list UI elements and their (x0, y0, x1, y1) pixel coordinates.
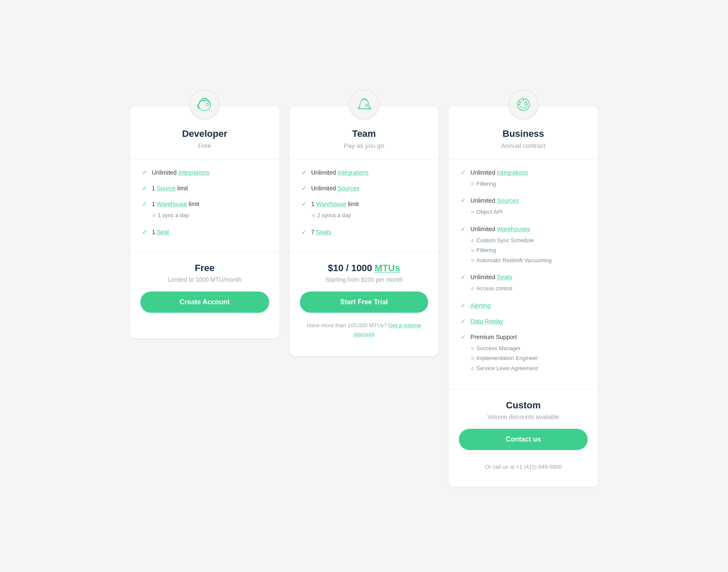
warehouse-link[interactable]: Warehouse (157, 201, 187, 207)
developer-price: Free (142, 263, 267, 274)
team-price: $10 / 1000 MTUs (301, 263, 427, 274)
business-features: ✓ Unlimited Integrations Filtering ✓ Unl… (449, 159, 598, 390)
mtu-link[interactable]: MTUs (375, 263, 400, 273)
business-plan-header: Business Annual contract (449, 128, 598, 159)
business-feature-sources: ✓ Unlimited Sources Object API (461, 196, 586, 218)
business-icon-wrap (449, 89, 598, 120)
feature-text: 1 Warehouse limit 2 syncs a day (311, 200, 359, 221)
business-feature-data-replay: ✓ Data Replay (461, 317, 586, 326)
integrations-link[interactable]: Integrations (338, 169, 369, 176)
sub-feature-item: Filtering (471, 180, 528, 188)
developer-feature-integrations: ✓ Unlimited Integrations (142, 168, 267, 177)
source-link[interactable]: Source (157, 185, 176, 192)
business-price: Custom (461, 400, 586, 411)
feature-text: Unlimited Sources Object API (470, 196, 519, 218)
feature-text: 1 Source limit (152, 184, 188, 193)
business-price-desc: Volume discounts available (461, 413, 586, 420)
check-icon: ✓ (142, 184, 148, 192)
create-account-button[interactable]: Create Account (140, 292, 269, 313)
team-footnote: Have more than 100,000 MTUs? Get a volum… (290, 321, 439, 339)
business-plan-billing: Annual contract (459, 142, 588, 149)
team-feature-integrations: ✓ Unlimited Integrations (301, 168, 427, 177)
team-features: ✓ Unlimited Integrations ✓ Unlimited Sou… (290, 159, 439, 252)
feature-text: Unlimited Seats Access control (470, 273, 512, 294)
check-icon: ✓ (142, 200, 148, 208)
business-feature-integrations: ✓ Unlimited Integrations Filtering (461, 168, 586, 190)
sub-feature-item: 2 syncs a day (312, 211, 359, 220)
check-icon: ✓ (301, 200, 307, 208)
team-plan-header: Team Pay as you go (290, 128, 439, 159)
business-call-text: Or call us at +1 (415) 649-6900 (449, 459, 598, 470)
warehouses-subfeatures: Custom Sync Schedule Filtering Automatic… (470, 236, 552, 265)
team-feature-sources: ✓ Unlimited Sources (301, 184, 427, 193)
developer-helmet-icon (189, 89, 220, 120)
check-icon: ✓ (142, 228, 148, 236)
developer-features: ✓ Unlimited Integrations ✓ 1 Source limi… (130, 159, 279, 252)
seats-link[interactable]: Seats (497, 274, 512, 280)
warehouse-subfeatures: 2 syncs a day (311, 211, 359, 220)
sub-feature-item: Access control (471, 284, 512, 293)
support-subfeatures: Success Manager Implementation Engineer … (470, 344, 538, 373)
business-plan-card: Business Annual contract ✓ Unlimited Int… (449, 106, 598, 487)
developer-feature-source: ✓ 1 Source limit (142, 184, 267, 193)
feature-text: Data Replay (470, 317, 503, 326)
check-icon: ✓ (142, 169, 148, 176)
feature-text: Unlimited Warehouses Custom Sync Schedul… (470, 225, 552, 266)
check-icon: ✓ (301, 228, 307, 236)
team-pricing: $10 / 1000 MTUs Starting from $100 per m… (290, 252, 439, 292)
svg-point-1 (202, 98, 207, 101)
team-plan-card: Team Pay as you go ✓ Unlimited Integrati… (290, 106, 439, 356)
feature-text: Unlimited Integrations (311, 168, 369, 177)
feature-text: Unlimited Integrations Filtering (470, 168, 528, 190)
seat-link[interactable]: Seat (157, 229, 169, 235)
team-feature-warehouse: ✓ 1 Warehouse limit 2 syncs a day (301, 200, 427, 221)
feature-text: Unlimited Sources (311, 184, 360, 193)
developer-pricing: Free Limited to 1000 MTU/month (130, 252, 279, 292)
developer-plan-card: Developer Free ✓ Unlimited Integrations … (130, 106, 279, 339)
data-replay-link[interactable]: Data Replay (470, 318, 503, 325)
svg-point-2 (206, 103, 208, 106)
contact-us-button[interactable]: Contact us (459, 429, 588, 450)
business-feature-support: ✓ Premium Support Success Manager Implem… (461, 333, 586, 374)
team-helmet-icon (349, 89, 379, 120)
business-helmet-icon (508, 89, 539, 120)
svg-point-0 (199, 100, 210, 110)
feature-text: 7 Seats (311, 228, 332, 237)
check-icon: ✓ (461, 169, 466, 176)
sources-link[interactable]: Sources (338, 185, 359, 192)
sources-link[interactable]: Sources (497, 197, 519, 204)
volume-discount-link[interactable]: Get a volume discount (354, 322, 421, 337)
check-icon: ✓ (461, 302, 466, 309)
check-icon: ✓ (461, 197, 466, 204)
integrations-link[interactable]: Integrations (178, 169, 209, 176)
feature-text: Alerting (470, 301, 490, 310)
sub-feature-item: Automatic Redshift Vacuuming (471, 256, 552, 265)
developer-plan-name: Developer (140, 128, 269, 139)
developer-plan-billing: Free (140, 142, 269, 149)
business-feature-seats: ✓ Unlimited Seats Access control (461, 273, 586, 294)
sub-feature-item: Success Manager (471, 344, 538, 353)
warehouses-link[interactable]: Warehouses (497, 226, 530, 232)
business-plan-name: Business (459, 128, 588, 139)
svg-point-8 (524, 102, 527, 105)
feature-text: 1 Seat (152, 228, 169, 237)
business-feature-alerting: ✓ Alerting (461, 301, 586, 310)
check-icon: ✓ (461, 333, 466, 341)
pricing-container: Developer Free ✓ Unlimited Integrations … (130, 85, 598, 487)
sub-feature-item: 1 sync a day (153, 211, 199, 220)
check-icon: ✓ (301, 184, 307, 192)
check-icon: ✓ (461, 273, 466, 281)
feature-text: 1 Warehouse limit 1 sync a day (152, 200, 199, 221)
developer-feature-seat: ✓ 1 Seat (142, 228, 267, 237)
team-price-desc: Starting from $100 per month (301, 276, 427, 283)
svg-point-7 (520, 101, 527, 108)
svg-point-4 (365, 104, 368, 107)
seats-link[interactable]: Seats (316, 229, 331, 235)
developer-plan-header: Developer Free (130, 128, 279, 159)
feature-text: Premium Support Success Manager Implemen… (470, 333, 538, 374)
alerting-link[interactable]: Alerting (470, 302, 490, 309)
developer-price-desc: Limited to 1000 MTU/month (142, 276, 267, 283)
warehouse-link[interactable]: Warehouse (316, 201, 346, 207)
start-free-trial-button[interactable]: Start Free Trial (300, 292, 429, 313)
integrations-link[interactable]: Integrations (497, 169, 528, 176)
